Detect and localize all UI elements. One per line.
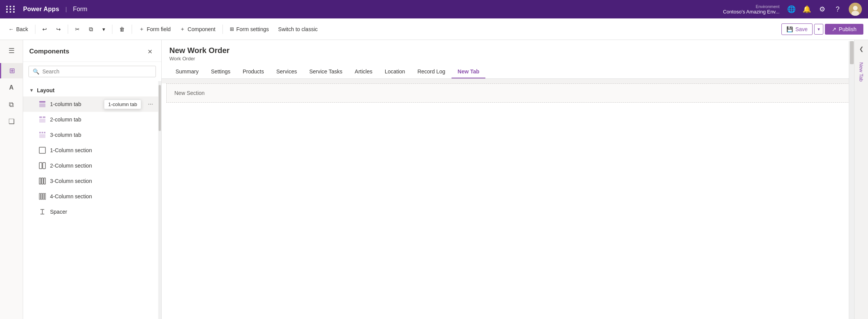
switch-classic-button[interactable]: Switch to classic [274, 24, 322, 35]
add-icon-2: ＋ [180, 26, 185, 33]
tab-location[interactable]: Location [378, 65, 411, 78]
search-icon: 🔍 [33, 68, 39, 75]
cut-button[interactable]: ✂ [71, 24, 84, 35]
tab-record-log[interactable]: Record Log [411, 65, 451, 78]
right-panel-tab-label[interactable]: New Tab [858, 62, 864, 81]
toolbar-separator-5 [222, 25, 223, 34]
app-name: Power Apps [23, 6, 59, 13]
sidebar-item-layers[interactable]: ⧉ [4, 97, 19, 112]
copy-icon: ⧉ [89, 26, 93, 33]
cut-icon: ✂ [75, 26, 80, 32]
back-arrow-icon: ← [8, 26, 14, 32]
layout-item-3col-section[interactable]: 3-Column section ··· [23, 173, 161, 189]
form-settings-label: Form settings [236, 26, 269, 32]
sidebar-item-table[interactable]: ⊞ [0, 63, 23, 78]
paste-dropdown-button[interactable]: ▾ [99, 24, 109, 35]
3col-section-icon [38, 177, 46, 185]
layout-item-1col-section[interactable]: 1-Column section ··· [23, 143, 161, 158]
layout-section: ▼ Layout 1-column tab ··· 1-column tab [23, 81, 161, 223]
delete-button[interactable]: 🗑 [115, 24, 129, 35]
svg-rect-14 [43, 163, 45, 169]
tab-services[interactable]: Services [270, 65, 303, 78]
layout-item-2col-tab[interactable]: 2-column tab ··· [23, 112, 161, 127]
form-area: New Work Order Work Order Summary Settin… [162, 40, 854, 319]
right-panel: ❮ New Tab [854, 40, 868, 319]
layers-icon: ⧉ [9, 101, 14, 109]
add-component-button[interactable]: ＋ Component [176, 23, 219, 35]
components-panel: Components ✕ 🔍 ▼ Layout [23, 40, 162, 319]
form-settings-button[interactable]: ⊞ Form settings [226, 24, 273, 35]
tab-new-tab[interactable]: New Tab [452, 65, 486, 78]
layout-item-3col-tab[interactable]: 3-column tab ··· [23, 127, 161, 143]
panel-title: Components [29, 48, 69, 55]
app-dots-icon[interactable] [6, 6, 15, 13]
svg-rect-13 [39, 163, 42, 169]
toolbar-separator-3 [112, 25, 112, 34]
svg-rect-20 [43, 193, 44, 199]
4col-section-label: 4-Column section [50, 193, 142, 199]
sidebar-item-text[interactable]: A [4, 80, 19, 95]
canvas-scrollbar-thumb [850, 41, 854, 64]
tab-products[interactable]: Products [237, 65, 270, 78]
spacer-label: Spacer [50, 209, 142, 215]
caret-down-icon: ▾ [818, 27, 820, 32]
layout-item-spacer[interactable]: Spacer ··· [23, 204, 161, 219]
save-caret-button[interactable]: ▾ [814, 24, 823, 35]
panel-close-button[interactable]: ✕ [144, 46, 155, 57]
search-box[interactable]: 🔍 [28, 66, 156, 77]
save-icon: 💾 [786, 26, 793, 32]
hamburger-menu-button[interactable]: ☰ [4, 43, 19, 58]
sidebar-item-components[interactable]: ❏ [4, 114, 19, 129]
layout-item-2col-section[interactable]: 2-Column section ··· [23, 158, 161, 173]
tooltip-1col-tab: 1-column tab [104, 100, 141, 109]
3col-tab-icon [38, 131, 46, 139]
search-input[interactable] [42, 68, 152, 75]
tab-service-tasks[interactable]: Service Tasks [303, 65, 348, 78]
more-options-icon[interactable]: ··· [146, 100, 155, 109]
1col-section-label: 1-Column section [50, 147, 142, 153]
1col-tab-icon [38, 100, 46, 108]
svg-rect-19 [41, 193, 42, 199]
add-form-field-button[interactable]: ＋ Form field [135, 23, 174, 35]
canvas-scrollbar[interactable] [849, 41, 854, 319]
settings-icon[interactable]: ⚙ [818, 5, 826, 13]
tab-summary[interactable]: Summary [169, 65, 205, 78]
publish-button[interactable]: ↗ Publish [825, 24, 863, 35]
redo-button[interactable]: ↪ [52, 24, 65, 35]
2col-section-icon [38, 162, 46, 169]
back-button[interactable]: ← Back [5, 24, 32, 35]
avatar[interactable] [849, 3, 862, 16]
svg-rect-5 [39, 116, 42, 118]
save-label: Save [795, 26, 808, 32]
form-field-label: Form field [147, 26, 171, 32]
layout-item-1col-tab[interactable]: 1-column tab ··· 1-column tab [23, 96, 161, 112]
svg-rect-16 [42, 178, 43, 184]
tab-settings[interactable]: Settings [205, 65, 237, 78]
tab-articles[interactable]: Articles [349, 65, 379, 78]
copy-button[interactable]: ⧉ [85, 23, 97, 35]
form-settings-icon: ⊞ [230, 26, 234, 32]
table-icon: ⊞ [9, 66, 15, 75]
right-panel-collapse-button[interactable]: ❮ [856, 43, 867, 55]
new-section[interactable]: New Section [166, 83, 850, 103]
publish-label: Publish [839, 26, 856, 32]
environment-info[interactable]: Environment Contoso's Amazing Env... [723, 4, 779, 15]
svg-rect-18 [39, 193, 40, 199]
svg-rect-12 [39, 147, 45, 153]
components-icon: ❏ [8, 117, 15, 126]
bell-icon[interactable]: 🔔 [803, 5, 811, 13]
svg-rect-8 [39, 132, 41, 133]
environment-name: Contoso's Amazing Env... [723, 9, 779, 15]
4col-section-icon [38, 193, 46, 200]
spacer-icon [38, 208, 46, 216]
save-button[interactable]: 💾 Save [781, 23, 813, 35]
layout-section-header[interactable]: ▼ Layout [23, 84, 161, 96]
help-icon[interactable]: ? [833, 5, 842, 13]
layout-item-4col-section[interactable]: 4-Column section ··· [23, 189, 161, 204]
panel-scrollbar-thumb [159, 85, 161, 131]
panel-header: Components ✕ [23, 40, 161, 62]
delete-icon: 🗑 [119, 26, 125, 32]
panel-scrollbar[interactable] [158, 81, 161, 319]
undo-button[interactable]: ↩ [38, 24, 51, 35]
globe-icon[interactable]: 🌐 [787, 5, 796, 13]
